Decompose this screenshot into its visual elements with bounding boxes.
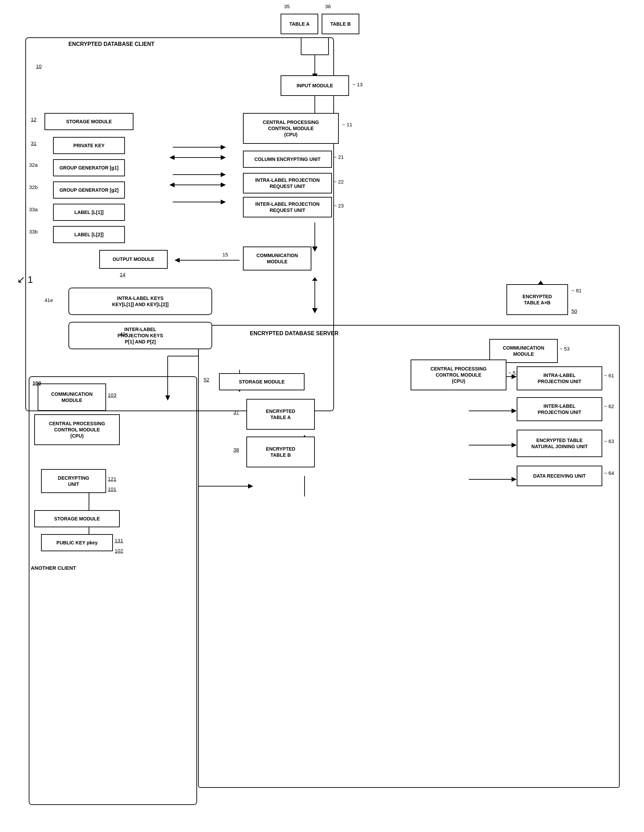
svg-marker-18 xyxy=(221,182,226,187)
ref-15: 15 xyxy=(222,252,228,258)
enc-table-natural-join-box: ENCRYPTED TABLE NATURAL JOINING UNIT xyxy=(517,430,602,457)
intra-label-proj-req-box: INTRA-LABEL PROJECTION REQUEST UNIT xyxy=(243,173,332,194)
ref-42c: 42c xyxy=(120,331,128,337)
comm-module-client-box: COMMUNICATION MODULE xyxy=(243,246,312,270)
group-gen-g1-box: GROUP GENERATOR [g1] xyxy=(53,159,125,176)
table-b-label: TABLE B xyxy=(330,21,351,27)
svg-marker-29 xyxy=(538,281,543,284)
storage-module-100-outer-box: STORAGE MODULE xyxy=(34,510,120,527)
ref-23: ~ 23 xyxy=(334,203,344,208)
encrypted-table-axb-label: ENCRYPTED TABLE A×B xyxy=(523,293,552,306)
svg-marker-47 xyxy=(165,395,170,401)
ref-12: 12 xyxy=(31,117,37,122)
svg-marker-26 xyxy=(312,277,318,281)
storage-module-client-box: STORAGE MODULE xyxy=(45,113,133,130)
svg-rect-30 xyxy=(198,325,619,787)
encrypted-table-axb-box: ENCRYPTED TABLE A×B xyxy=(507,284,568,315)
ref-102: 102 xyxy=(115,548,123,554)
inter-label-proj-keys-box: INTER-LABEL PROJECTION KEYS P[1] AND P[2… xyxy=(69,322,212,349)
ref-81: ~ 81 xyxy=(572,288,582,293)
comm-module-100-label: COMMUNICATION MODULE xyxy=(51,391,93,403)
central-processing-box: CENTRAL PROCESSING CONTROL MODULE (CPU) xyxy=(243,113,339,144)
svg-marker-25 xyxy=(312,308,318,313)
label-l1-label: LABEL [L[1]] xyxy=(74,209,103,215)
ref-21: ~ 21 xyxy=(334,154,344,160)
inter-label-proj-req-box: INTER-LABEL PROJECTION REQUEST UNIT xyxy=(243,197,332,218)
inter-label-proj-unit-box: INTER-LABEL PROJECTION UNIT xyxy=(517,397,602,421)
svg-marker-43 xyxy=(511,477,517,482)
encrypted-table-a-box: ENCRYPTED TABLE A xyxy=(246,399,315,430)
input-module-label: INPUT MODULE xyxy=(297,83,333,89)
ref-100: 100 xyxy=(32,380,41,386)
ref-38: 38 xyxy=(233,447,239,453)
group-gen-g2-box: GROUP GENERATOR [g2] xyxy=(53,181,125,198)
svg-marker-13 xyxy=(221,200,226,205)
svg-marker-51 xyxy=(248,484,253,489)
ref-131: 131 xyxy=(115,538,123,543)
ref-33a: 33a xyxy=(29,206,38,212)
svg-marker-19 xyxy=(169,182,174,187)
svg-marker-21 xyxy=(312,246,318,252)
group-gen-g2-label: GROUP GENERATOR [g2] xyxy=(59,187,119,193)
storage-module-100-label: STORAGE MODULE xyxy=(54,516,100,522)
ref-64: ~ 64 xyxy=(604,470,614,476)
decrypting-unit-box: DECRYPTING UNIT xyxy=(41,469,106,493)
central-processing-label: CENTRAL PROCESSING CONTROL MODULE (CPU) xyxy=(263,119,319,138)
ref-32a: 32a xyxy=(29,162,38,168)
label-l2-box: LABEL [L[2]] xyxy=(53,226,125,243)
comm-module-client-label: COMMUNICATION MODULE xyxy=(256,252,298,265)
ref-52: 52 xyxy=(204,377,209,382)
ref-37: 37 xyxy=(233,409,239,415)
label-l1-box: LABEL [L[1]] xyxy=(53,204,125,221)
another-client-label: ANOTHER CLIENT xyxy=(31,565,76,571)
ref-121: 121 xyxy=(108,476,116,482)
encrypted-db-server-label: ENCRYPTED DATABASE SERVER xyxy=(250,330,339,336)
central-proc-100-box: CENTRAL PROCESSING CONTROL MODULE (CPU) xyxy=(34,414,120,445)
data-receiving-unit-box: DATA RECEIVING UNIT xyxy=(517,466,602,486)
ref-100-label: 100 xyxy=(32,380,41,386)
central-proc-100-label: CENTRAL PROCESSING CONTROL MODULE (CPU) xyxy=(49,421,105,439)
storage-module-server-box: STORAGE MODULE xyxy=(219,373,305,390)
ref-32b: 32b xyxy=(29,184,38,190)
ref-1: ↙ 1 xyxy=(17,274,33,285)
svg-marker-39 xyxy=(511,408,517,413)
intra-label-proj-unit-box: INTRA-LABEL PROJECTION UNIT xyxy=(517,366,602,390)
ref-36: 36 xyxy=(325,3,331,9)
encrypted-table-b-box: ENCRYPTED TABLE B xyxy=(246,437,315,467)
table-a-box: TABLE A xyxy=(281,14,318,34)
ref-14: 14 xyxy=(120,272,126,277)
inter-label-proj-req-label: INTER-LABEL PROJECTION REQUEST UNIT xyxy=(255,201,320,213)
ref-41e: 41e xyxy=(45,297,53,303)
intra-label-keys-box: INTRA-LABEL KEYS KEY[L[1]] AND KEY[L[2]] xyxy=(69,288,212,315)
ref-33b: 33b xyxy=(29,229,38,235)
intra-label-proj-req-label: INTRA-LABEL PROJECTION REQUEST UNIT xyxy=(255,177,320,189)
input-module-box: INPUT MODULE xyxy=(281,75,349,96)
svg-marker-41 xyxy=(511,443,517,448)
public-key-label: PUBLIC KEY pkey xyxy=(56,539,97,546)
ref-35: 35 xyxy=(284,3,290,9)
ref-61: ~ 61 xyxy=(604,373,614,378)
data-receiving-unit-label: DATA RECEIVING UNIT xyxy=(533,473,586,479)
ref-10: 10 xyxy=(36,63,42,69)
ref-11: ~ 11 xyxy=(342,122,352,127)
svg-marker-23 xyxy=(174,258,180,262)
decrypting-unit-label: DECRYPTING UNIT xyxy=(58,475,89,487)
svg-marker-11 xyxy=(221,172,226,177)
encrypted-table-b-label: ENCRYPTED TABLE B xyxy=(266,446,295,458)
comm-module-server-label: COMMUNICATION MODULE xyxy=(503,345,544,357)
output-module-box: OUTPUT MODULE xyxy=(99,250,168,269)
intra-label-proj-unit-label: INTRA-LABEL PROJECTION UNIT xyxy=(538,372,582,384)
private-key-box: PRIVATE KEY xyxy=(53,137,125,154)
ref-63: ~ 63 xyxy=(604,438,614,444)
ref-22: ~ 22 xyxy=(334,179,344,184)
table-b-box: TABLE B xyxy=(322,14,359,34)
public-key-box: PUBLIC KEY pkey xyxy=(41,534,113,551)
ref-31: 31 xyxy=(31,140,37,146)
label-l2-label: LABEL [L[2]] xyxy=(74,232,103,238)
column-encrypting-box: COLUMN ENCRYPTING UNIT xyxy=(243,150,332,168)
storage-module-client-label: STORAGE MODULE xyxy=(66,118,112,125)
output-module-label: OUTPUT MODULE xyxy=(113,256,154,262)
private-key-label: PRIVATE KEY xyxy=(73,142,104,149)
central-proc-server-box: CENTRAL PROCESSING CONTROL MODULE (CPU) xyxy=(411,360,507,390)
comm-module-100-box: COMMUNICATION MODULE xyxy=(38,384,106,411)
